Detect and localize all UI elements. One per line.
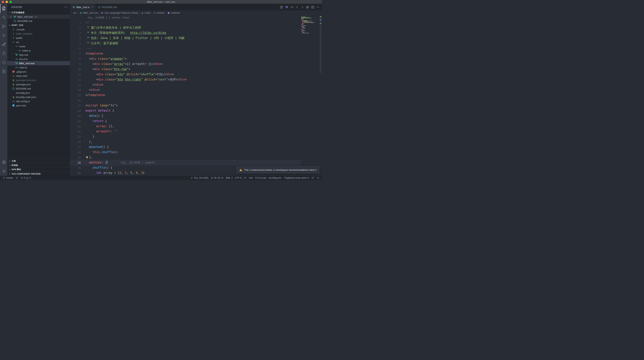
code-line-16[interactable]: 16 xyxy=(70,98,300,103)
code-line-3[interactable]: 3 * 专注《零基础学编程系列》 http://lblbc.cn/blog xyxy=(70,30,300,35)
status-git-branch[interactable]: master xyxy=(2,176,14,180)
code-line-2[interactable]: 2 * 厦门大学计算机专业 | 前华为工程师 xyxy=(70,25,300,30)
sidebar-section-outline[interactable]: 大纲 xyxy=(7,159,70,163)
more-actions-icon[interactable] xyxy=(64,5,67,9)
activity-settings[interactable] xyxy=(0,167,7,176)
code-line-1[interactable]: 1<!-- xyxy=(70,20,300,25)
split-editor-button[interactable] xyxy=(311,5,314,9)
tree-item-README.md[interactable]: README.md xyxy=(7,86,70,91)
sidebar-section-timeline[interactable]: 时间线 xyxy=(7,163,70,167)
code-line-20[interactable]: 20 return { xyxy=(70,119,300,124)
tab-README.md[interactable]: README.md xyxy=(96,4,121,10)
tree-item-main.ts[interactable]: TSmain.ts xyxy=(7,65,70,70)
breadcrumb-lblbc_sort.vue[interactable]: lblbc_sort.vue xyxy=(83,11,98,14)
status-git-blame[interactable]: You, 16小时前 xyxy=(189,176,210,180)
code-line-18[interactable]: 18export default { xyxy=(70,108,300,113)
open-editor-lblbc_sort.vue[interactable]: lblbc_sort.vuesrc xyxy=(7,14,70,19)
code-editor[interactable]: You, 3小时前 | 1 author (You)1<!--2 * 厦门大学计… xyxy=(70,15,322,176)
code-line-19[interactable]: 19 data() { xyxy=(70,113,300,119)
tree-item-App.vue[interactable]: App.vue xyxy=(7,53,70,57)
status-language-mode[interactable]: Vue xyxy=(248,176,254,180)
activity-preview[interactable] xyxy=(0,58,7,67)
notification-toast[interactable]: The 1 extension(s) below, in workspace r… xyxy=(236,166,319,174)
activity-testing[interactable] xyxy=(0,49,7,58)
tree-item-index.ts[interactable]: TSindex.ts xyxy=(7,48,70,53)
status-feedback[interactable] xyxy=(310,176,316,180)
tree-item-router[interactable]: router xyxy=(7,44,70,48)
code-line-28[interactable]: 28 methods: {You, 16小时前 • update xyxy=(70,160,300,165)
activity-explorer[interactable] xyxy=(0,4,7,13)
code-line-17[interactable]: 17<script lang="ts"> xyxy=(70,103,300,108)
close-editor-icon[interactable] xyxy=(9,15,12,18)
code-line-4[interactable]: 4 * 包含: Java | 安卓 | 前端 | Flutter | iOS |… xyxy=(70,35,300,41)
tree-item-env.d.ts[interactable]: TSenv.d.ts xyxy=(7,57,70,61)
status-notifications[interactable] xyxy=(316,176,320,180)
code-line-13[interactable]: 13 </div> xyxy=(70,82,300,87)
git-codelens[interactable]: You, 3小时前 | 1 author (You) xyxy=(70,15,300,20)
tree-item-vite.config.ts[interactable]: TSvite.config.ts xyxy=(7,99,70,103)
code-line-25[interactable]: 25 mounted() { xyxy=(70,145,300,150)
open-changes-button[interactable] xyxy=(280,5,283,9)
lightbulb-icon[interactable] xyxy=(86,156,89,159)
activity-source-control[interactable] xyxy=(0,22,7,31)
zoom-window-button[interactable] xyxy=(10,1,12,3)
code-line-21[interactable]: 21 array: [], xyxy=(70,124,300,129)
breadcrumb-methods[interactable]: methods xyxy=(171,11,180,14)
tree-item-tsconfig.node.json[interactable]: {}tsconfig.node.json xyxy=(7,95,70,99)
activity-account[interactable] xyxy=(0,158,7,167)
sidebar-section-npm-scripts[interactable]: NPM 脚本 xyxy=(7,167,70,172)
component-preview-button[interactable] xyxy=(290,5,294,9)
status-sync[interactable] xyxy=(14,176,20,180)
code-line-27[interactable]: 27 }, xyxy=(70,155,300,160)
status-problems[interactable]: 00 xyxy=(20,176,32,180)
tab-lblbc_sort.vue[interactable]: lblbc_sort.vue xyxy=(70,4,96,10)
overview-ruler[interactable] xyxy=(319,15,322,176)
tree-item-package-lock.json[interactable]: {}package-lock.json xyxy=(7,78,70,82)
tree-item-lblbc_sort.vue[interactable]: lblbc_sort.vue xyxy=(7,61,70,65)
minimap[interactable] xyxy=(301,16,319,33)
project-root-header[interactable]: SORT_VUE xyxy=(7,23,70,27)
code-line-23[interactable]: 23 } xyxy=(70,134,300,139)
nav-forward-button[interactable] xyxy=(300,5,304,9)
code-line-14[interactable]: 14 </div> xyxy=(70,87,300,93)
code-line-9[interactable]: 9 <div class="array">{{ arrayStr }}</div… xyxy=(70,61,300,67)
code-line-12[interactable]: 12 <div class="btn btn-right" @click="so… xyxy=(70,77,300,82)
tree-item-yarn.lock[interactable]: yarn.lock xyxy=(7,103,70,108)
status-eol[interactable]: LF xyxy=(243,176,248,180)
tree-item-index.html[interactable]: <>index.html xyxy=(7,74,70,78)
close-window-button[interactable] xyxy=(2,1,4,3)
tree-item-.gitignore[interactable]: .gitignore xyxy=(7,70,70,74)
breadcrumb-Vue-Language-Features-Volar[interactable]: Vue Language Features (Volar) xyxy=(104,11,138,14)
status-cursor-position[interactable]: 行 28, 列 13 xyxy=(210,176,224,180)
status-tsconfig[interactable]: tsconfig.json xyxy=(267,176,282,180)
activity-extensions[interactable] xyxy=(0,40,7,49)
tree-item-.vscode[interactable]: .vscode xyxy=(7,27,70,31)
close-tab-icon[interactable] xyxy=(91,5,94,9)
code-line-24[interactable]: 24 }, xyxy=(70,139,300,145)
code-line-22[interactable]: 22 arrayStr: '' xyxy=(70,129,300,134)
activity-run-debug[interactable] xyxy=(0,31,7,40)
breadcrumb-script[interactable]: script xyxy=(145,11,150,14)
activity-search[interactable] xyxy=(0,13,7,22)
breadcrumb-src[interactable]: src xyxy=(73,11,76,14)
tree-item-node_modules[interactable]: node_modules xyxy=(7,31,70,36)
status-tag-casing[interactable]: <TagName prop-name /> xyxy=(282,176,310,180)
status-encoding[interactable]: UTF-8 xyxy=(234,176,243,180)
code-line-10[interactable]: 10 <div class="btn-row"> xyxy=(70,67,300,72)
code-line-8[interactable]: 8 <div class="wrapper"> xyxy=(70,56,300,61)
breadcrumb-default[interactable]: default xyxy=(157,11,164,14)
tree-item-public[interactable]: public xyxy=(7,36,70,40)
more-actions-button[interactable] xyxy=(316,5,320,9)
activity-notebook[interactable] xyxy=(0,67,7,76)
code-line-7[interactable]: 7<template> xyxy=(70,51,300,56)
run-button[interactable] xyxy=(306,5,309,9)
volar-button[interactable] xyxy=(285,5,288,9)
scrollbar-thumb[interactable] xyxy=(320,15,322,73)
code-line-15[interactable]: 15</template> xyxy=(70,93,300,98)
tree-item-tsconfig.json[interactable]: tsconfig.json xyxy=(7,91,70,95)
sidebar-section-vue-component-preview[interactable]: VUE COMPONENT PREVIEW xyxy=(7,172,70,176)
tree-item-package.json[interactable]: {}package.json xyxy=(7,82,70,86)
status-ts-version[interactable]: 4.9.4 (vue) xyxy=(254,176,267,180)
code-line-11[interactable]: 11 <div class="btn" @click="shuffle">打乱<… xyxy=(70,72,300,77)
code-line-5[interactable]: 5 * 公众号: 蓝不蓝编程 xyxy=(70,41,300,46)
